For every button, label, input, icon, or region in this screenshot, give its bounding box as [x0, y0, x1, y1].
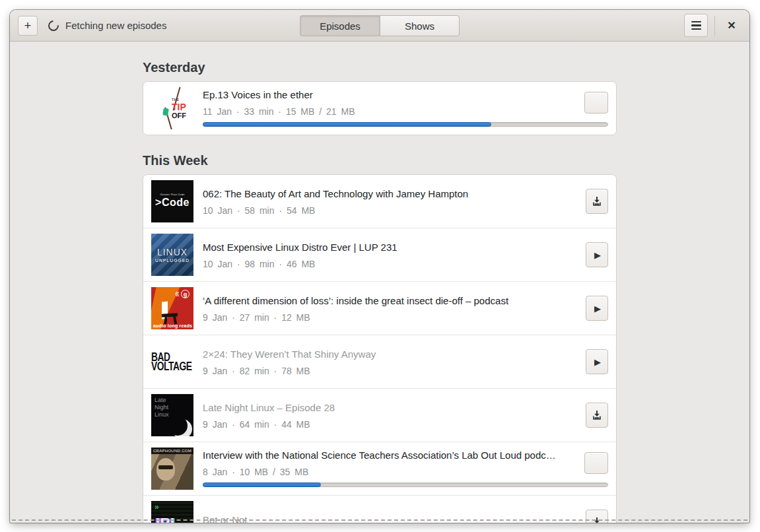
- download-progressbar: [203, 482, 608, 487]
- episode-meta: 9 Jan · 82 min · 78 MB: [203, 366, 576, 376]
- show-logo-greater-than-code: Greater Than Code>Code: [151, 180, 193, 222]
- episode-body: ‘A different dimension of loss’: inside …: [203, 287, 608, 329]
- episode-body: Late Night Linux – Episode 28 9 Jan · 64…: [203, 394, 608, 436]
- cancel-download-button[interactable]: [584, 452, 608, 474]
- episodes-column: Yesterday THETIPOFF Ep.13 Voices in the …: [143, 60, 617, 523]
- scroll-undershoot-indicator: [12, 519, 747, 521]
- episode-row[interactable]: LINUXUNPLUGGED Most Expensive Linux Dist…: [143, 228, 616, 281]
- podcast-cover: Greater Than Code>Code: [151, 180, 193, 222]
- download-button[interactable]: [586, 189, 608, 214]
- logo-text: TIP: [172, 102, 186, 112]
- episode-row[interactable]: LateNightLinux Late Night Linux – Episod…: [143, 388, 616, 442]
- play-button[interactable]: ▶: [586, 296, 608, 321]
- episode-title: Most Expensive Linux Distro Ever | LUP 2…: [203, 242, 576, 253]
- add-podcast-button[interactable]: +: [18, 16, 38, 36]
- episode-body: 2×24: They Weren’t That Shiny Anyway 9 J…: [203, 341, 608, 383]
- episode-row[interactable]: BADVOLTAGE 2×24: They Weren’t That Shiny…: [143, 335, 616, 388]
- show-logo-late-night-linux: LateNightLinux: [151, 394, 193, 436]
- episode-meta: 8 Jan · 10 MB / 35 MB: [203, 467, 575, 477]
- guardian-roundel-icon: g: [181, 290, 190, 298]
- logo-text: LINUX: [157, 247, 188, 257]
- episode-texts: Late Night Linux – Episode 28 9 Jan · 64…: [203, 401, 576, 430]
- show-logo-tipoff: THETIPOFF: [151, 87, 193, 129]
- download-icon: [592, 410, 602, 420]
- status-text: Fetching new episodes: [65, 20, 166, 31]
- episode-section: Yesterday THETIPOFF Ep.13 Voices in the …: [143, 60, 617, 135]
- episode-meta: 10 Jan · 98 min · 46 MB: [203, 259, 576, 269]
- play-icon: ▶: [594, 250, 601, 260]
- episode-toprow: 2×24: They Weren’t That Shiny Anyway 9 J…: [203, 341, 608, 383]
- download-icon: [592, 196, 602, 207]
- episode-toprow: 062: The Beauty of Art and Technology wi…: [203, 180, 608, 222]
- logo-text: ((: [176, 290, 179, 296]
- episode-toprow: ‘A different dimension of loss’: inside …: [203, 287, 608, 329]
- episode-meta: 10 Jan · 58 min · 54 MB: [203, 205, 576, 216]
- close-icon: ✕: [727, 19, 736, 32]
- episode-toprow: Most Expensive Linux Distro Ever | LUP 2…: [203, 234, 608, 276]
- episode-texts: ‘A different dimension of loss’: inside …: [203, 294, 576, 323]
- episode-row[interactable]: ((gaudio long reads ‘A different dimensi…: [143, 281, 616, 335]
- episode-texts: Interview with the National Science Teac…: [203, 449, 575, 477]
- download-progress-fill: [203, 482, 321, 487]
- play-button[interactable]: ▶: [586, 349, 608, 374]
- download-button[interactable]: [586, 403, 608, 428]
- episode-row[interactable]: Greater Than Code>Code 062: The Beauty o…: [143, 175, 616, 228]
- episode-texts: 062: The Beauty of Art and Technology wi…: [203, 187, 576, 216]
- episode-meta: 9 Jan · 27 min · 12 MB: [203, 312, 576, 323]
- episodes-view[interactable]: Yesterday THETIPOFF Ep.13 Voices in the …: [10, 42, 749, 523]
- logo-text: Greater Than Code: [157, 193, 188, 196]
- close-window-button[interactable]: ✕: [722, 16, 742, 36]
- episode-toprow: Late Night Linux – Episode 28 9 Jan · 64…: [203, 394, 608, 436]
- play-button[interactable]: ▶: [586, 242, 608, 267]
- show-logo-linux-unplugged: LINUXUNPLUGGED: [151, 234, 193, 276]
- hamburger-icon: [691, 21, 701, 23]
- episode-row[interactable]: CRAPHOUND.COM Interview with the Nationa…: [143, 442, 616, 495]
- tab-shows[interactable]: Shows: [380, 15, 460, 36]
- header-separator: [714, 16, 715, 36]
- show-logo-craphound: CRAPHOUND.COM: [151, 448, 193, 490]
- download-progressbar: [203, 122, 608, 127]
- download-progress-fill: [203, 122, 491, 127]
- episode-title: ‘A different dimension of loss’: inside …: [203, 295, 576, 306]
- podcast-cover: ((gaudio long reads: [151, 287, 193, 329]
- cancel-download-button[interactable]: [584, 92, 608, 114]
- episode-title: Ep.13 Voices in the ether: [203, 89, 575, 100]
- logo-text: UNPLUGGED: [155, 258, 190, 263]
- episode-texts: 2×24: They Weren’t That Shiny Anyway 9 J…: [203, 348, 576, 376]
- episode-texts: Most Expensive Linux Distro Ever | LUP 2…: [203, 241, 576, 269]
- logo-text: VOLTAGE: [151, 360, 190, 372]
- episode-texts: Bot or Not: [203, 514, 576, 523]
- episode-row[interactable]: THETIPOFF Ep.13 Voices in the ether 11 J…: [143, 82, 616, 135]
- play-icon: ▶: [594, 304, 601, 314]
- episode-title: Bot or Not: [203, 514, 576, 523]
- podcast-cover: CRAPHOUND.COM: [151, 448, 193, 490]
- show-logo-bad-voltage: BADVOLTAGE: [151, 341, 193, 383]
- logo-text: >Code: [151, 197, 193, 209]
- episode-title: Interview with the National Science Teac…: [203, 449, 575, 461]
- podcast-cover: LINUXUNPLUGGED: [151, 234, 193, 276]
- episode-title: 2×24: They Weren’t That Shiny Anyway: [203, 349, 576, 360]
- app-window: + Fetching new episodes Episodes Shows ✕…: [10, 10, 749, 523]
- logo-text: Late: [151, 394, 193, 404]
- section-title: Yesterday: [143, 60, 617, 75]
- episode-meta: 9 Jan · 64 min · 44 MB: [203, 419, 576, 430]
- episode-body: 062: The Beauty of Art and Technology wi…: [203, 180, 608, 222]
- logo-text: CRAPHOUND.COM: [151, 448, 193, 454]
- episode-row[interactable]: »IRL Bot or Not: [143, 495, 616, 523]
- header-bar: + Fetching new episodes Episodes Shows ✕: [10, 10, 749, 42]
- logo-text: »: [155, 502, 159, 512]
- tab-episodes[interactable]: Episodes: [300, 15, 380, 36]
- menu-button[interactable]: [684, 14, 708, 37]
- episode-meta: 11 Jan · 33 min · 15 MB / 21 MB: [203, 106, 575, 117]
- episode-body: Ep.13 Voices in the ether 11 Jan · 33 mi…: [203, 87, 608, 129]
- podcast-cover: BADVOLTAGE: [151, 341, 193, 383]
- show-logo-audio-long-reads: ((gaudio long reads: [151, 287, 193, 329]
- episode-body: Interview with the National Science Teac…: [203, 448, 608, 490]
- episode-title: Late Night Linux – Episode 28: [203, 402, 576, 413]
- spinner-icon: [46, 18, 61, 33]
- episode-title: 062: The Beauty of Art and Technology wi…: [203, 188, 576, 199]
- download-button[interactable]: [586, 510, 608, 523]
- logo-text: OFF: [172, 112, 186, 119]
- logo-text: audio long reads: [153, 323, 192, 328]
- episode-toprow: Ep.13 Voices in the ether 11 Jan · 33 mi…: [203, 87, 608, 118]
